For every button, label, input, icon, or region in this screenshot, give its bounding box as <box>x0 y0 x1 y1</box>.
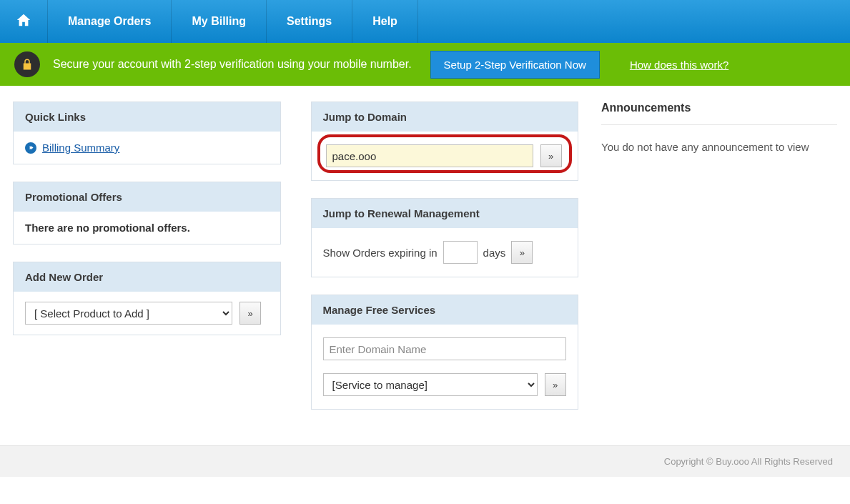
quick-links-title: Quick Links <box>14 102 280 132</box>
billing-summary-link[interactable]: Billing Summary <box>42 142 119 154</box>
promo-empty-text: There are no promotional offers. <box>25 222 269 234</box>
renewal-go-button[interactable]: » <box>511 241 533 264</box>
right-column: Announcements You do not have any announ… <box>601 102 837 169</box>
mfs-service-select[interactable]: [Service to manage] <box>323 373 538 396</box>
manage-free-services-panel: Manage Free Services [Service to manage]… <box>311 295 579 410</box>
announcements-title: Announcements <box>601 102 837 125</box>
renewal-prefix: Show Orders expiring in <box>323 247 438 259</box>
quick-links-panel: Quick Links Billing Summary <box>13 102 281 164</box>
chevron-right-icon <box>25 142 36 154</box>
nav-my-billing[interactable]: My Billing <box>172 0 267 43</box>
nav-home[interactable] <box>0 0 48 43</box>
jump-domain-go-button[interactable]: » <box>540 144 562 167</box>
setup-2step-button[interactable]: Setup 2-Step Verification Now <box>430 51 600 79</box>
nav-help[interactable]: Help <box>352 0 418 43</box>
promotional-offers-panel: Promotional Offers There are no promotio… <box>13 182 281 244</box>
add-order-title: Add New Order <box>14 262 280 292</box>
center-column: Jump to Domain » Jump to Renewal Managem… <box>311 102 579 410</box>
home-icon <box>16 12 31 31</box>
how-does-this-work-link[interactable]: How does this work? <box>630 59 728 71</box>
footer-copyright: Copyright © Buy.ooo All Rights Reserved <box>664 456 833 467</box>
mfs-domain-input[interactable] <box>323 337 566 360</box>
renewal-title: Jump to Renewal Management <box>312 199 578 228</box>
jump-domain-input[interactable] <box>326 144 533 167</box>
renewal-management-panel: Jump to Renewal Management Show Orders e… <box>311 198 579 277</box>
product-select[interactable]: [ Select Product to Add ] <box>25 302 232 325</box>
jump-to-domain-panel: Jump to Domain » <box>311 102 579 181</box>
alert-text: Secure your account with 2-step verifica… <box>53 58 412 71</box>
footer: Copyright © Buy.ooo All Rights Reserved <box>0 445 850 477</box>
mfs-go-button[interactable]: » <box>545 373 566 396</box>
nav-settings[interactable]: Settings <box>267 0 352 43</box>
two-step-alert: Secure your account with 2-step verifica… <box>0 43 850 86</box>
mfs-title: Manage Free Services <box>312 295 578 325</box>
left-column: Quick Links Billing Summary Promotional … <box>13 102 281 335</box>
renewal-suffix: days <box>483 247 506 259</box>
promo-title: Promotional Offers <box>14 182 280 212</box>
top-nav: Manage Orders My Billing Settings Help <box>0 0 850 43</box>
add-order-go-button[interactable]: » <box>239 302 261 325</box>
announcements-panel: Announcements You do not have any announ… <box>601 102 837 169</box>
renewal-days-input[interactable] <box>443 241 478 264</box>
nav-manage-orders[interactable]: Manage Orders <box>48 0 172 43</box>
jump-domain-title: Jump to Domain <box>312 102 578 132</box>
lock-icon <box>14 51 40 77</box>
announcements-empty-text: You do not have any announcement to view <box>601 125 837 169</box>
main-content: Quick Links Billing Summary Promotional … <box>0 86 850 438</box>
add-new-order-panel: Add New Order [ Select Product to Add ] … <box>13 262 281 335</box>
